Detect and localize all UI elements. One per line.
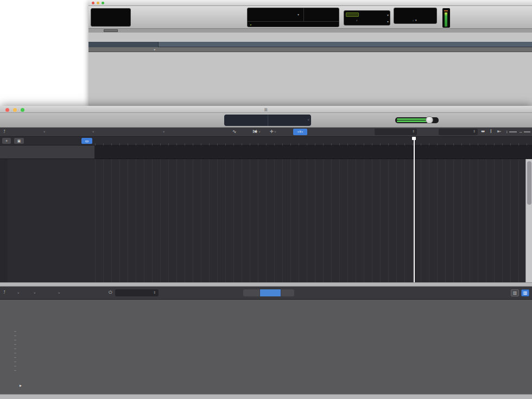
divider bbox=[303, 8, 304, 21]
zoom-window-icon[interactable] bbox=[102, 2, 104, 4]
catch-playhead-icon[interactable]: >T< bbox=[293, 129, 307, 135]
minimize-icon[interactable] bbox=[97, 2, 99, 4]
pt-gap-strip bbox=[88, 29, 532, 33]
master-meter bbox=[442, 8, 450, 28]
bar-ruler[interactable] bbox=[95, 137, 532, 145]
master-scale bbox=[14, 331, 16, 371]
menu-functions[interactable]: ˅ bbox=[92, 129, 94, 134]
window-bottom-edge bbox=[0, 394, 532, 399]
view-single-button[interactable] bbox=[243, 289, 259, 296]
snap-select[interactable]: ⇕ bbox=[375, 129, 417, 135]
narrow-view-icon[interactable]: ▥ bbox=[511, 289, 519, 296]
view-all-button[interactable] bbox=[281, 289, 294, 296]
track-headers bbox=[8, 159, 95, 282]
zoom-fit-icon[interactable]: ⇤ bbox=[497, 129, 502, 134]
menu-edit[interactable]: ˅ bbox=[43, 129, 46, 134]
ruler-ticks bbox=[162, 42, 532, 47]
region-lanes bbox=[95, 159, 524, 282]
playhead-handle[interactable] bbox=[412, 137, 416, 140]
secondary-tool[interactable]: ✛ ˅ bbox=[270, 129, 276, 134]
automation-icon[interactable]: ∿ bbox=[232, 129, 237, 134]
zoom-h-slider[interactable]: ↔ bbox=[519, 130, 530, 134]
arrangement-track bbox=[0, 145, 532, 159]
channel-strips bbox=[21, 300, 263, 394]
duplicate-track-button[interactable]: ▣ bbox=[14, 138, 24, 144]
track-number-gutter bbox=[0, 159, 8, 282]
grid-toggle[interactable] bbox=[346, 12, 359, 17]
ruler-name bbox=[88, 42, 159, 47]
playhead[interactable] bbox=[414, 137, 415, 282]
pt-mini-rulers bbox=[88, 33, 532, 42]
edit-mode-panel bbox=[91, 8, 131, 27]
back-icon[interactable]: ⤴ bbox=[3, 129, 5, 134]
cursor-row: ► bbox=[250, 23, 252, 26]
arrangement-sections bbox=[95, 145, 524, 159]
pointer-tool[interactable]: ➤ ˅ bbox=[254, 129, 261, 134]
pt-bars-ruler[interactable] bbox=[88, 42, 532, 47]
mixer-menu-edit[interactable]: ˅ bbox=[17, 290, 20, 295]
marker-chips bbox=[162, 47, 532, 52]
master-volume-slider[interactable] bbox=[395, 117, 439, 123]
volume-knob[interactable] bbox=[426, 116, 433, 124]
scrollbar-thumb[interactable] bbox=[527, 161, 531, 205]
zoom-v-slider[interactable]: ↕ bbox=[506, 130, 517, 134]
tracks-menu-bar: ⤴ ˅ ˅ ˅ ∿ ⋈ >T< ➤ ˅ ✛ ˅ ⇕ ⇕ ⬌ Ⅰ ⇤ ↕ ↔ bbox=[0, 128, 532, 137]
divider bbox=[248, 21, 339, 22]
protools-titlebar[interactable] bbox=[88, 0, 532, 6]
disclosure-icon[interactable]: ▶ bbox=[20, 384, 22, 387]
pt-markers-row[interactable]: + bbox=[88, 47, 532, 52]
grid-nudge-panel: ▾ ♪ ▾ bbox=[344, 10, 390, 26]
pane-splitter[interactable] bbox=[0, 282, 532, 287]
meter-right bbox=[397, 121, 427, 122]
mixer-strip-area: ▶ bbox=[0, 300, 532, 394]
logic-main-window: 🗎 ˅ bbox=[0, 106, 532, 399]
logic-control-bar: ˅ bbox=[0, 113, 532, 128]
logic-titlebar[interactable]: 🗎 bbox=[0, 106, 532, 113]
mixer-menu-bar: ⤴ ˅ ˅ ˅ ⏻ ⇕ ▥ ▥ bbox=[0, 287, 532, 300]
protools-toolbar: ▾ ► ▾ ♪ bbox=[88, 6, 532, 29]
power-icon[interactable]: ⏻ bbox=[109, 290, 112, 295]
pt-small-box bbox=[104, 29, 118, 32]
mixer-menu-view[interactable]: ˅ bbox=[58, 290, 60, 295]
drag-select[interactable]: ⇕ bbox=[439, 129, 478, 135]
meter-clip-led bbox=[444, 10, 448, 11]
zoom-text-icon[interactable]: Ⅰ bbox=[490, 129, 492, 134]
track-display-mode-button[interactable]: ▭ bbox=[81, 138, 92, 144]
session-panel: ♩▾ bbox=[394, 8, 437, 24]
window-title: 🗎 bbox=[0, 107, 532, 112]
marker-lane-header bbox=[0, 145, 95, 159]
counter-panel: ▾ ► bbox=[247, 8, 339, 27]
protools-edit-window: ▾ ► ▾ ♪ bbox=[88, 0, 532, 106]
quarter-note-icon: ♩▾ bbox=[413, 18, 417, 22]
view-tracks-button[interactable] bbox=[260, 289, 281, 296]
scrollbar[interactable] bbox=[525, 159, 532, 282]
pt-tracks bbox=[88, 52, 532, 106]
close-icon[interactable] bbox=[92, 2, 94, 4]
add-marker-button[interactable]: + bbox=[154, 48, 156, 51]
note-icon: ♪ bbox=[356, 18, 358, 22]
mixer-menu-options[interactable]: ˅ bbox=[34, 290, 36, 295]
zoom-h-icon[interactable]: ⬌ bbox=[481, 129, 485, 134]
lcd-display[interactable]: ˅ bbox=[224, 115, 311, 126]
chevron-down-icon[interactable]: ˅ bbox=[307, 118, 309, 122]
track-toolbar: + ▣ ▭ bbox=[0, 137, 532, 145]
meter-fill bbox=[445, 12, 447, 27]
add-track-button[interactable]: + bbox=[2, 138, 11, 144]
wide-view-icon[interactable]: ▥ bbox=[521, 289, 529, 296]
chevron-down-icon[interactable]: ▾ bbox=[297, 12, 299, 16]
sends-mode-select[interactable]: ⇕ bbox=[115, 289, 159, 296]
back-icon[interactable]: ⤴ bbox=[3, 290, 5, 295]
track-area bbox=[0, 159, 532, 282]
menu-view[interactable]: ˅ bbox=[163, 129, 165, 134]
